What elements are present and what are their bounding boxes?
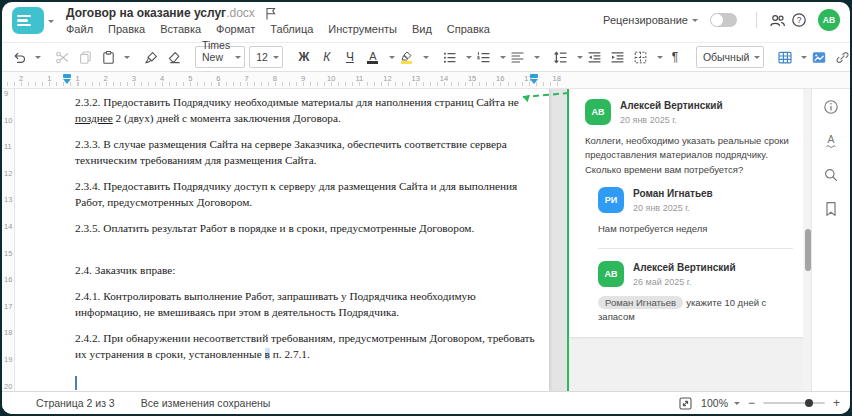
bullet-list-icon[interactable] [439,46,461,68]
info-icon[interactable] [821,97,841,117]
font-color-button[interactable]: А [362,46,384,68]
chevron-down-icon[interactable] [657,56,663,62]
comment-date: 26 май 2025 г. [633,277,736,287]
review-toggle[interactable] [710,13,737,27]
copy-icon[interactable] [74,46,96,68]
font-size-select[interactable]: 12 [249,46,283,68]
chevron-down-icon[interactable] [466,56,472,62]
mention-chip[interactable]: Роман Игнатьев [598,296,683,309]
paragraph-style-select[interactable]: Обычный [696,46,764,68]
image-icon[interactable] [808,46,830,68]
zoom-out-button[interactable]: − [748,398,755,408]
chevron-down-icon[interactable] [35,56,41,62]
avatar: АВ [598,261,624,287]
align-icon[interactable] [507,46,529,68]
eraser-icon[interactable] [163,46,185,68]
underline-button[interactable]: Ч [339,46,361,68]
paragraph-2-3-2: 2.3.2. Предоставить Подрядчику необходим… [75,95,537,126]
right-sidebar: А [811,89,850,391]
user-avatar[interactable]: АВ [818,9,840,31]
chevron-down-icon[interactable] [801,56,807,62]
fit-width-icon[interactable] [678,396,693,411]
text-cursor [75,376,77,390]
paste-icon[interactable] [97,46,119,68]
vertical-ruler[interactable]: 91011121314151617181920 [2,89,15,391]
help-icon[interactable]: ? [788,9,810,31]
comment-date: 20 янв 2025 г. [633,203,713,213]
ruler-number: 13 [402,74,430,83]
review-mode-label[interactable]: Рецензирование [603,14,688,26]
borders-icon[interactable] [630,46,652,68]
comment-item[interactable]: РИ Роман Игнатьев 20 янв 2025 г. Нам пот… [598,187,793,236]
chevron-down-icon[interactable] [500,56,506,62]
chevron-down-icon[interactable] [534,56,540,62]
document-page[interactable]: 2.3.2. Предоставить Подрядчику необходим… [15,89,549,391]
link-icon[interactable] [831,46,850,68]
cut-icon[interactable] [51,46,73,68]
highlight-color-button[interactable] [396,46,418,68]
show-paragraph-marks-button[interactable]: ¶ [664,46,686,68]
underlined-text: позднее [75,112,113,124]
ruler-number: 12 [2,169,14,196]
ruler-number: 9 [289,74,317,83]
menu-item[interactable]: Таблица [270,23,313,35]
menu-item[interactable]: Вставка [160,23,201,35]
chevron-down-icon[interactable] [389,56,395,62]
spellcheck-icon[interactable]: А [821,131,841,151]
menu-item[interactable]: Вид [412,23,432,35]
zoom-slider-handle[interactable] [805,399,813,407]
chevron-down-icon[interactable] [423,56,429,62]
ruler-number: 19 [2,355,14,382]
font-name-select[interactable]: Times New ... [195,46,245,68]
ruler-number: 10 [317,74,345,83]
menu-item[interactable]: Инструменты [328,23,397,35]
format-painter-icon[interactable] [140,46,162,68]
menu-item[interactable]: Справка [447,23,490,35]
zoom-slider[interactable] [763,402,825,404]
comment-item[interactable]: АВ Алексей Вертинский 26 май 2025 г. Ром… [598,261,793,325]
document-workspace: 91011121314151617181920 2.3.2. Предостав… [2,89,850,391]
chevron-down-icon[interactable] [577,56,583,62]
page-indicator[interactable]: Страница 2 из 3 [36,397,115,409]
zoom-level[interactable]: 100% [701,397,728,409]
menu-bar: ФайлПравкаВставкаФорматТаблицаИнструмент… [66,23,490,35]
collaboration-icon[interactable] [766,9,788,31]
app-logo-button[interactable] [12,7,54,34]
outdent-icon[interactable] [584,46,606,68]
italic-button[interactable]: К [316,46,338,68]
comment-text: Роман Игнатьевукажите 10 дней с запасом [598,296,793,325]
numbered-list-icon[interactable] [473,46,495,68]
status-bar: Страница 2 из 3 Все изменения сохранены … [2,391,850,414]
bold-button[interactable]: Ж [293,46,315,68]
table-icon[interactable] [774,46,796,68]
comment-item[interactable]: АВ Алексей Вертинский 20 янв 2025 г. Кол… [585,99,793,177]
bookmark-icon[interactable] [821,199,841,219]
paragraph-2-4-2: 2.4.2. При обнаружении несоответствий тр… [75,331,537,362]
comment-thread[interactable]: АВ Алексей Вертинский 20 янв 2025 г. Кол… [569,89,807,337]
flag-icon[interactable] [265,7,276,20]
menu-item[interactable]: Правка [108,23,145,35]
document-title: Договор на оказание услуг [66,6,226,20]
ruler-number: 2 [7,74,35,83]
ruler-number: 1 [35,74,63,83]
line-spacing-icon[interactable] [550,46,572,68]
chevron-down-icon [754,56,760,62]
ruler-number: 20 [2,382,14,391]
document-extension: .docx [226,6,255,20]
ruler-number: 18 [543,74,571,83]
menu-item[interactable]: Формат [216,23,255,35]
ruler-number: 10 [2,116,14,143]
horizontal-ruler[interactable]: 21123456789101112131415161718 [2,72,850,89]
svg-text:?: ? [797,15,802,25]
chevron-down-icon[interactable] [124,56,130,62]
zoom-in-button[interactable]: + [833,398,840,408]
undo-icon[interactable] [8,46,30,68]
search-icon[interactable] [821,165,841,185]
ruler-number: 3 [120,74,148,83]
chevron-down-icon[interactable] [692,19,698,25]
scrollbar-thumb[interactable] [805,229,811,271]
ruler-number: 11 [345,74,373,83]
chevron-down-icon[interactable] [734,402,740,408]
menu-item[interactable]: Файл [66,23,93,35]
indent-icon[interactable] [607,46,629,68]
